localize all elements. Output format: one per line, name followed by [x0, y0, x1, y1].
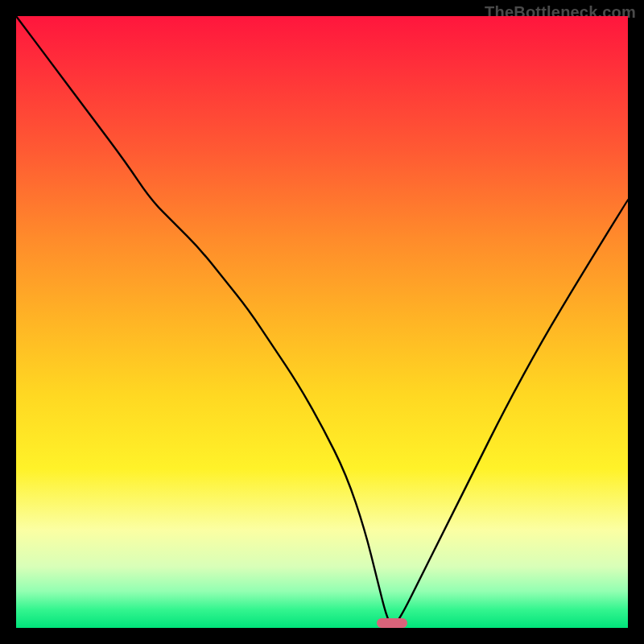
chart-frame: TheBottleneck.com: [0, 0, 644, 644]
bottleneck-curve: [16, 16, 628, 628]
optimal-marker: [377, 618, 407, 628]
plot-area: [16, 16, 628, 628]
